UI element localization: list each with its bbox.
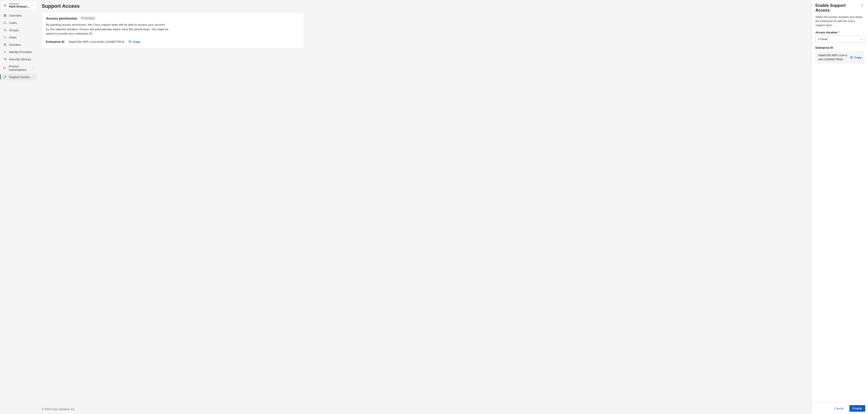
subscription-icon (3, 66, 6, 70)
sidebar-item-support-access[interactable]: Support Access (1, 73, 37, 80)
svg-point-9 (4, 36, 5, 37)
enable-support-access-drawer: Enable Support Access Select the access … (811, 0, 868, 414)
nav: Overview Users Groups Roles (1, 12, 37, 80)
drawer-id-label: Enterprise ID (815, 46, 864, 49)
close-icon (861, 4, 864, 7)
sidebar-item-domains[interactable]: Domains (1, 41, 37, 48)
sidebar-item-label: Support Access (9, 75, 30, 79)
card-description: By granting access permission, the Cisco… (46, 23, 169, 36)
chevron-right-icon (32, 4, 35, 7)
drawer-copy-label: Copy (854, 56, 862, 59)
tools-icon (3, 75, 7, 79)
svg-point-6 (4, 22, 5, 23)
role-icon (3, 35, 7, 39)
footer: © 2024 Cisco Systems, Inc. (42, 405, 304, 414)
sidebar-item-label: Product Subscriptions (9, 65, 30, 71)
minus-circle-icon (81, 17, 84, 19)
copy-button[interactable]: Copy (128, 40, 140, 43)
access-permission-card: Access permission Disabled By granting a… (42, 12, 304, 48)
key-icon (3, 50, 7, 54)
duration-select-value: 2 hours (818, 37, 828, 41)
sidebar-item-overview[interactable]: Overview (1, 12, 37, 19)
close-button[interactable] (860, 3, 864, 7)
sidebar-item-security-devices[interactable]: Security Devices (1, 56, 37, 63)
sidebar-item-label: Groups (9, 29, 19, 32)
svg-point-8 (5, 29, 6, 30)
chevron-down-icon (860, 38, 862, 40)
device-icon (3, 57, 7, 61)
required-indicator: * (838, 31, 840, 34)
grid-icon (3, 14, 7, 17)
svg-rect-3 (5, 14, 6, 15)
sidebar-item-label: Users (9, 21, 17, 25)
duration-label: Access duration * (815, 31, 864, 34)
card-title: Access permission (46, 16, 77, 20)
copy-icon (850, 56, 853, 59)
drawer-description: Select the access duration and share the… (815, 15, 864, 27)
drawer-title: Enable Support Access (815, 3, 859, 13)
user-icon (3, 21, 7, 25)
sidebar-item-users[interactable]: Users (1, 19, 37, 26)
org-logo-icon (3, 3, 7, 7)
sidebar-item-label: Security Devices (9, 58, 31, 61)
svg-rect-4 (4, 16, 5, 17)
svg-point-12 (4, 52, 5, 53)
svg-rect-2 (4, 14, 5, 15)
sidebar-item-roles[interactable]: Roles (1, 34, 37, 41)
chevron-right-icon (32, 67, 34, 69)
cancel-button[interactable]: Cancel (831, 405, 847, 412)
status-badge-text: Disabled (85, 17, 95, 20)
enable-button[interactable]: Enable (849, 405, 865, 412)
sidebar-item-label: Overview (9, 14, 22, 17)
org-label: Enterprise (9, 2, 31, 5)
svg-point-7 (4, 29, 5, 30)
org-switcher[interactable]: Enterprise Stark Enterprises (1, 1, 37, 10)
copy-icon (128, 40, 132, 43)
enterprise-id-value: 0dab516b-98f5-11ee-be48-120d98279534 (68, 40, 124, 43)
main: Support Access Access permission Disable… (38, 0, 811, 414)
sidebar-item-product-subscriptions[interactable]: Product Subscriptions (1, 63, 37, 73)
sidebar-item-identity-providers[interactable]: Identity Providers (1, 48, 37, 55)
org-name: Stark Enterprises (9, 5, 31, 8)
drawer-id-box: 0dab516b-98f5-11ee-be48-120d98279534 Cop… (815, 51, 864, 64)
sidebar-item-label: Roles (9, 36, 17, 39)
drawer-copy-button[interactable]: Copy (850, 56, 862, 59)
svg-rect-5 (5, 16, 6, 17)
group-icon (3, 28, 7, 32)
page-title: Support Access (42, 3, 807, 9)
sidebar: Enterprise Stark Enterprises Overview Us… (0, 0, 38, 414)
footer-text: © 2024 Cisco Systems, Inc. (42, 408, 75, 411)
sidebar-item-label: Domains (9, 43, 21, 46)
sidebar-item-label: Identity Providers (9, 50, 32, 54)
globe-icon (3, 43, 7, 46)
status-badge: Disabled (80, 16, 96, 20)
drawer-id-value: 0dab516b-98f5-11ee-be48-120d98279534 (818, 54, 848, 62)
copy-button-label: Copy (133, 40, 140, 43)
duration-select[interactable]: 2 hours (815, 35, 864, 42)
enterprise-id-label: Enterprise ID (46, 40, 64, 43)
sidebar-item-groups[interactable]: Groups (1, 27, 37, 33)
